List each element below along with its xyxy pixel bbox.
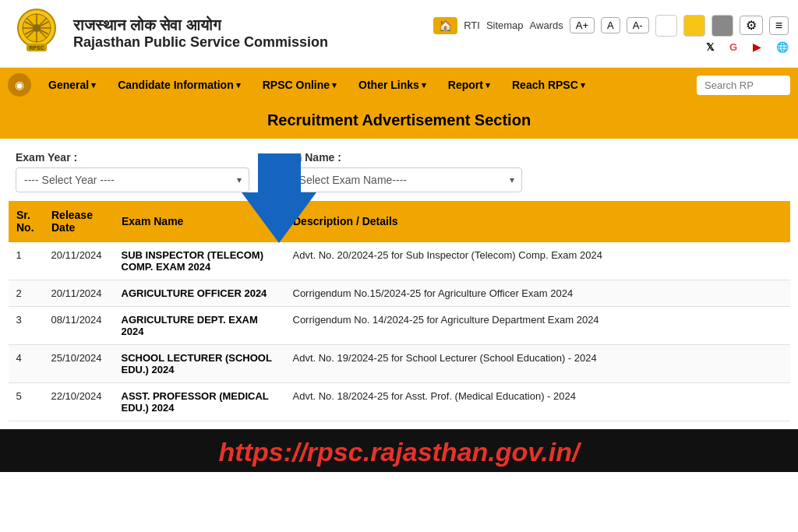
font-increase-button[interactable]: A+ (570, 17, 595, 33)
exam-year-filter: Exam Year : ---- Select Year ---- ▾ (16, 151, 249, 192)
sitemap-link[interactable]: Sitemap (486, 19, 524, 31)
ashoka-emblem: RPSC (9, 6, 64, 61)
recruitment-table: Sr.No. ReleaseDate Exam Name Description… (8, 200, 790, 421)
table-row[interactable]: 1 20/11/2024 SUB INSPECTOR (TELECOM) COM… (9, 242, 790, 280)
nav-rpsc-online[interactable]: RPSC Online ▾ (253, 74, 346, 96)
cell-date: 08/11/2024 (44, 307, 114, 345)
website-url-link[interactable]: https://rpsc.rajasthan.gov.in/ (219, 437, 580, 467)
filter-section: Exam Year : ---- Select Year ---- ▾ Exam… (0, 139, 798, 200)
col-release-date: ReleaseDate (44, 201, 114, 242)
cell-sr: 3 (9, 307, 44, 345)
site-header: RPSC राजस्थान लोक सेवा आयोग Rajasthan Pu… (0, 0, 798, 68)
cell-sr: 4 (9, 345, 44, 383)
table-body: 1 20/11/2024 SUB INSPECTOR (TELECOM) COM… (9, 242, 790, 421)
cell-desc: Corrigendum No.15/2024-25 for Agricultur… (285, 280, 790, 307)
google-link[interactable]: G (729, 41, 737, 53)
table-row[interactable]: 4 25/10/2024 SCHOOL LECTURER (SCHOOL EDU… (9, 345, 790, 383)
cell-desc: Advt. No. 20/2024-25 for Sub Inspector (… (285, 242, 790, 280)
table-row[interactable]: 2 20/11/2024 AGRICULTURE OFFICER 2024 Co… (9, 280, 790, 307)
cell-sr: 1 (9, 242, 44, 280)
logo-section: RPSC राजस्थान लोक सेवा आयोग Rajasthan Pu… (9, 6, 328, 61)
english-title: Rajasthan Public Service Commission (73, 34, 328, 51)
top-navigation: 🏠 RTI Sitemap Awards A+ A A- ⚙ ≡ (433, 15, 789, 37)
col-sr-no: Sr.No. (9, 201, 44, 242)
awards-link[interactable]: Awards (530, 19, 563, 31)
nav-reach-rpsc[interactable]: Reach RPSC ▾ (503, 74, 595, 96)
color-gray-button[interactable] (711, 15, 733, 37)
font-normal-button[interactable]: A (601, 17, 620, 33)
cell-sr: 5 (9, 383, 44, 421)
extra-button[interactable]: ≡ (769, 16, 789, 35)
color-yellow-button[interactable] (683, 15, 705, 37)
rpsc-dropdown-arrow: ▾ (332, 80, 337, 90)
settings-gear-button[interactable]: ⚙ (740, 16, 763, 35)
hindi-title: राजस्थान लोक सेवा आयोग (73, 16, 328, 34)
cell-date: 22/10/2024 (44, 383, 114, 421)
globe-link[interactable]: 🌐 (776, 41, 789, 53)
cell-desc: Corrigendum No. 14/2024-25 for Agricultu… (285, 307, 790, 345)
footer-url-section: https://rpsc.rajasthan.gov.in/ (0, 429, 798, 472)
cell-exam[interactable]: ASST. PROFESSOR (MEDICAL EDU.) 2024 (114, 383, 285, 421)
nav-candidate-information[interactable]: Candidate Information ▾ (108, 74, 250, 96)
nav-logo-circle: ◉ (8, 73, 31, 97)
cell-exam[interactable]: AGRICULTURE DEPT. EXAM 2024 (114, 307, 285, 345)
table-header: Sr.No. ReleaseDate Exam Name Description… (9, 201, 790, 242)
svg-text:RPSC: RPSC (29, 45, 44, 51)
general-dropdown-arrow: ▾ (91, 80, 96, 90)
nav-report[interactable]: Report ▾ (439, 74, 500, 96)
report-dropdown-arrow: ▾ (486, 80, 490, 90)
cell-sr: 2 (9, 280, 44, 307)
cell-date: 20/11/2024 (44, 242, 114, 280)
color-white-button[interactable] (655, 15, 677, 37)
rti-link[interactable]: RTI (464, 19, 480, 31)
main-content: Recruitment Advertisement Section Exam Y… (0, 102, 798, 429)
search-input[interactable] (697, 76, 790, 95)
exam-year-select-wrap: ---- Select Year ---- ▾ (16, 167, 249, 192)
section-title: Recruitment Advertisement Section (0, 102, 798, 139)
cell-exam[interactable]: SUB INSPECTOR (TELECOM) COMP. EXAM 2024 (114, 242, 285, 280)
nav-other-links[interactable]: Other Links ▾ (349, 74, 436, 96)
social-links-row: 𝕏 G ▶ 🌐 (706, 41, 789, 53)
candidate-dropdown-arrow: ▾ (236, 80, 241, 90)
col-description: Description / Details (285, 201, 790, 242)
site-title: राजस्थान लोक सेवा आयोग Rajasthan Public … (73, 16, 328, 51)
twitter-x-link[interactable]: 𝕏 (706, 41, 714, 53)
exam-year-label: Exam Year : (16, 151, 249, 164)
cell-desc: Advt. No. 19/2024-25 for School Lecturer… (285, 345, 790, 383)
cell-exam[interactable]: AGRICULTURE OFFICER 2024 (114, 280, 285, 307)
home-icon[interactable]: 🏠 (433, 17, 457, 34)
nav-general[interactable]: General ▾ (39, 74, 105, 96)
table-row[interactable]: 5 22/10/2024 ASST. PROFESSOR (MEDICAL ED… (9, 383, 790, 421)
table-row[interactable]: 3 08/11/2024 AGRICULTURE DEPT. EXAM 2024… (9, 307, 790, 345)
otherlinks-dropdown-arrow: ▾ (422, 80, 426, 90)
cell-exam[interactable]: SCHOOL LECTURER (SCHOOL EDU.) 2024 (114, 345, 285, 383)
font-decrease-button[interactable]: A- (627, 17, 649, 33)
cell-desc: Advt. No. 18/2024-25 for Asst. Prof. (Me… (285, 383, 790, 421)
exam-year-select[interactable]: ---- Select Year ---- (16, 167, 249, 192)
results-table-wrap: Sr.No. ReleaseDate Exam Name Description… (0, 200, 798, 421)
cell-date: 25/10/2024 (44, 345, 114, 383)
youtube-link[interactable]: ▶ (753, 41, 761, 53)
down-arrow-indicator (242, 153, 316, 243)
table-header-row: Sr.No. ReleaseDate Exam Name Description… (9, 201, 790, 242)
header-right-section: 🏠 RTI Sitemap Awards A+ A A- ⚙ ≡ 𝕏 G ▶ 🌐 (433, 15, 789, 53)
cell-date: 20/11/2024 (44, 280, 114, 307)
main-navbar: ◉ General ▾ Candidate Information ▾ RPSC… (0, 68, 798, 102)
reachRPSC-dropdown-arrow: ▾ (581, 80, 585, 90)
svg-rect-10 (31, 51, 42, 58)
